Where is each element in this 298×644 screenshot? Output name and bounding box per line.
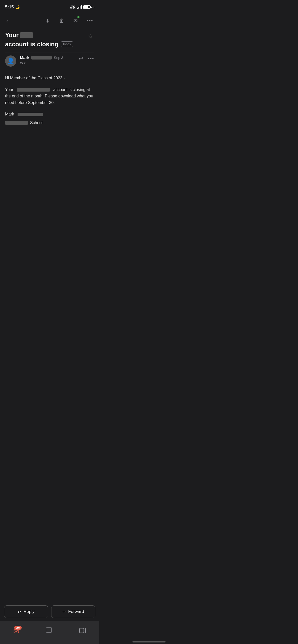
battery-box bbox=[83, 5, 90, 9]
status-bar: 5:15 🌙 NET WIFI 75 bbox=[0, 0, 99, 13]
email-sender-row: 👤 Mark Sep 3 to ▾ ↩ ••• bbox=[0, 52, 99, 70]
reply-arrow-icon: ↩ bbox=[79, 55, 83, 62]
wifi-bars bbox=[77, 6, 82, 9]
wifi-bar-3 bbox=[80, 6, 80, 9]
email-subject: Your account is closing Inbox bbox=[5, 31, 87, 48]
subject-your: Your bbox=[5, 31, 19, 39]
toolbar: ‹ ⬇︎ 🗑 ✉ ••• bbox=[0, 13, 99, 29]
to-label: to bbox=[20, 61, 23, 65]
battery-indicator: 75 bbox=[83, 5, 94, 9]
moon-icon: 🌙 bbox=[15, 5, 20, 9]
archive-button[interactable]: ⬇︎ bbox=[45, 17, 51, 25]
network-label: NET WIFI bbox=[70, 5, 76, 9]
account-redacted bbox=[17, 88, 50, 92]
signature-school: School bbox=[5, 120, 94, 126]
sender-info: Mark Sep 3 to ▾ bbox=[20, 55, 75, 65]
email-body: Hi Member of the Class of 2023 - Your ac… bbox=[0, 70, 99, 131]
status-time: 5:15 🌙 bbox=[5, 5, 20, 10]
toolbar-left: ‹ bbox=[5, 16, 9, 26]
mark-badge bbox=[77, 16, 79, 18]
star-icon: ☆ bbox=[88, 33, 93, 40]
delete-icon: 🗑 bbox=[59, 18, 64, 24]
subject-rest: account is closing bbox=[5, 40, 58, 48]
more-menu-button[interactable]: ••• bbox=[86, 17, 94, 24]
avatar-icon: 👤 bbox=[7, 57, 15, 65]
chevron-down-icon: ▾ bbox=[24, 61, 25, 65]
toolbar-right: ⬇︎ 🗑 ✉ ••• bbox=[45, 17, 94, 25]
battery-fill bbox=[84, 6, 88, 8]
subject-redacted bbox=[20, 32, 33, 38]
signature-school-redacted bbox=[5, 121, 28, 125]
archive-icon: ⬇︎ bbox=[46, 18, 50, 24]
wifi-text: WIFI bbox=[70, 7, 76, 9]
to-row[interactable]: to ▾ bbox=[20, 61, 75, 65]
more-icon: ••• bbox=[87, 18, 93, 23]
avatar: 👤 bbox=[5, 55, 16, 67]
sender-date: Sep 3 bbox=[54, 56, 63, 60]
time-label: 5:15 bbox=[5, 5, 14, 10]
sender-more-icon: ••• bbox=[88, 56, 94, 61]
quick-reply-button[interactable]: ↩ bbox=[79, 55, 83, 62]
email-subject-container: Your account is closing Inbox ☆ bbox=[0, 29, 99, 52]
sender-more-button[interactable]: ••• bbox=[88, 56, 94, 62]
wifi-bar-2 bbox=[78, 7, 79, 9]
paragraph-prefix: Your bbox=[5, 87, 13, 92]
mark-button[interactable]: ✉ bbox=[72, 17, 79, 25]
email-greeting: Hi Member of the Class of 2023 - bbox=[5, 75, 94, 81]
back-icon: ‹ bbox=[6, 17, 8, 25]
sender-name-redacted bbox=[31, 56, 52, 60]
status-right: NET WIFI 75 bbox=[70, 5, 94, 9]
star-button[interactable]: ☆ bbox=[87, 32, 94, 41]
sender-name-row: Mark Sep 3 bbox=[20, 55, 75, 60]
email-paragraph: Your account is closing at the end of th… bbox=[5, 86, 94, 106]
signature-school-text: School bbox=[30, 120, 43, 126]
wifi-bar-4 bbox=[81, 5, 82, 9]
wifi-bar-1 bbox=[77, 8, 78, 9]
back-button[interactable]: ‹ bbox=[5, 16, 9, 26]
signature-name-text: Mark bbox=[5, 112, 14, 116]
battery-text: 75 bbox=[91, 5, 94, 9]
signature-name: Mark bbox=[5, 111, 94, 118]
mark-icon: ✉ bbox=[73, 18, 78, 24]
delete-button[interactable]: 🗑 bbox=[58, 17, 65, 25]
signature-block: Mark School bbox=[5, 111, 94, 126]
signature-name-redacted bbox=[18, 113, 43, 116]
sender-actions: ↩ ••• bbox=[79, 55, 94, 62]
inbox-badge: Inbox bbox=[61, 41, 73, 47]
sender-name: Mark bbox=[20, 55, 29, 60]
